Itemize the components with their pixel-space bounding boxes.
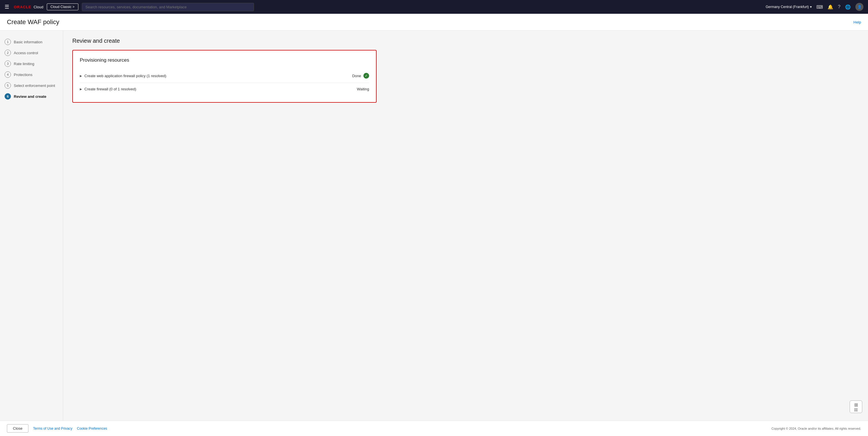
- copyright-text: Copyright © 2024, Oracle and/or its affi…: [772, 427, 861, 430]
- provisioning-row-right-1: Done ✓: [352, 73, 369, 78]
- language-globe-icon[interactable]: 🌐: [845, 4, 851, 10]
- expand-chevron-firewall-icon[interactable]: ▶: [80, 88, 82, 91]
- content-title: Review and create: [72, 38, 859, 44]
- terms-link[interactable]: Terms of Use and Privacy: [33, 427, 72, 431]
- step-number-6: 6: [5, 93, 11, 100]
- help-dot-3: [855, 410, 856, 411]
- help-widget-icon: ⊞: [854, 402, 858, 408]
- page-header: Create WAF policy Help: [0, 14, 868, 31]
- oracle-wordmark: ORACLE: [14, 5, 31, 9]
- close-button[interactable]: Close: [7, 424, 28, 433]
- cloud-classic-button[interactable]: Cloud Classic >: [47, 3, 79, 10]
- sidebar-item-label-protections: Protections: [14, 73, 32, 77]
- oracle-logo: ORACLE Cloud: [14, 5, 43, 9]
- step-number-1: 1: [5, 39, 11, 45]
- region-label: Germany Central (Frankfurt): [766, 5, 809, 9]
- footer-left: Close Terms of Use and Privacy Cookie Pr…: [7, 424, 107, 433]
- footer-links: Terms of Use and Privacy Cookie Preferen…: [33, 427, 107, 431]
- wizard-sidebar: 1 Basic information 2 Access control 3 R…: [0, 31, 63, 421]
- step-number-3: 3: [5, 61, 11, 67]
- expand-chevron-policy-icon[interactable]: ▶: [80, 74, 82, 77]
- help-widget[interactable]: ⊞: [849, 400, 862, 413]
- notification-bell-icon[interactable]: 🔔: [828, 4, 833, 10]
- help-widget-dots: [855, 408, 857, 411]
- page-title: Create WAF policy: [7, 19, 59, 26]
- sidebar-item-basic-information[interactable]: 1 Basic information: [0, 36, 63, 47]
- sidebar-item-review-create[interactable]: 6 Review and create: [0, 91, 63, 102]
- cloud-wordmark: Cloud: [34, 5, 43, 9]
- help-link[interactable]: Help: [854, 20, 861, 24]
- global-search-input[interactable]: [82, 3, 254, 11]
- main-content: Review and create Provisioning resources…: [63, 31, 868, 421]
- sidebar-item-enforcement-point[interactable]: 5 Select enforcement point: [0, 80, 63, 91]
- developer-tools-icon[interactable]: ⌨: [816, 4, 823, 10]
- provisioning-row-firewall-policy: ▶ Create web application firewall policy…: [80, 69, 369, 83]
- sidebar-item-access-control[interactable]: 2 Access control: [0, 47, 63, 58]
- step-number-5: 5: [5, 82, 11, 89]
- topnav-right-actions: Germany Central (Frankfurt) ▾ ⌨ 🔔 ? 🌐 👤: [766, 3, 863, 11]
- provisioning-row-firewall: ▶ Create firewall (0 of 1 resolved) Wait…: [80, 83, 369, 95]
- sidebar-item-rate-limiting[interactable]: 3 Rate limiting: [0, 58, 63, 69]
- provisioning-resources-box: Provisioning resources ▶ Create web appl…: [72, 50, 377, 103]
- help-dot-2: [856, 408, 857, 410]
- step-number-2: 2: [5, 49, 11, 56]
- hamburger-menu-icon[interactable]: ☰: [5, 4, 9, 10]
- sidebar-item-label-review-create: Review and create: [14, 94, 46, 99]
- sidebar-item-label-enforcement-point: Select enforcement point: [14, 83, 55, 88]
- help-dot-4: [856, 410, 857, 411]
- main-layout: 1 Basic information 2 Access control 3 R…: [0, 31, 868, 421]
- status-done-icon: ✓: [363, 73, 369, 78]
- provisioning-label-firewall: Create firewall (0 of 1 resolved): [84, 87, 136, 91]
- region-selector[interactable]: Germany Central (Frankfurt) ▾: [766, 5, 812, 9]
- provisioning-row-right-2: Waiting: [357, 87, 369, 91]
- sidebar-item-label-access-control: Access control: [14, 51, 38, 55]
- page-footer: Close Terms of Use and Privacy Cookie Pr…: [0, 421, 868, 436]
- step-number-4: 4: [5, 71, 11, 78]
- provisioning-label-policy: Create web application firewall policy (…: [84, 74, 166, 78]
- provisioning-row-left-2: ▶ Create firewall (0 of 1 resolved): [80, 87, 136, 91]
- sidebar-item-label-rate-limiting: Rate limiting: [14, 62, 34, 66]
- region-chevron-icon: ▾: [810, 5, 812, 9]
- provisioning-status-done-label: Done: [352, 74, 361, 78]
- provisioning-status-waiting-label: Waiting: [357, 87, 369, 91]
- provisioning-row-left-1: ▶ Create web application firewall policy…: [80, 74, 166, 78]
- help-dot-1: [855, 408, 856, 410]
- sidebar-item-protections[interactable]: 4 Protections: [0, 69, 63, 80]
- top-navigation: ☰ ORACLE Cloud Cloud Classic > Germany C…: [0, 0, 868, 14]
- provisioning-title: Provisioning resources: [80, 57, 369, 63]
- cookie-preferences-link[interactable]: Cookie Preferences: [77, 427, 107, 431]
- sidebar-item-label-basic-information: Basic information: [14, 40, 42, 44]
- help-question-icon[interactable]: ?: [838, 4, 840, 9]
- user-avatar[interactable]: 👤: [856, 3, 863, 11]
